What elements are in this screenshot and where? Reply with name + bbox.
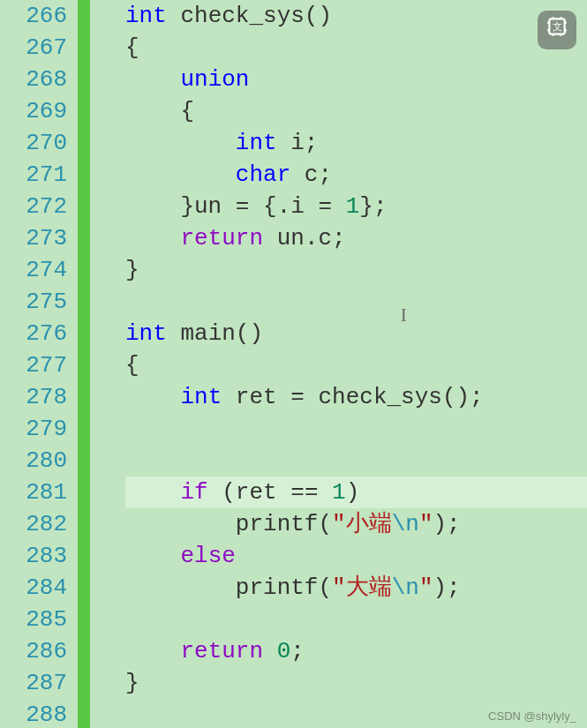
token-punct: = [305, 193, 346, 220]
token-punct [125, 479, 180, 506]
line-number: 266 [0, 0, 67, 32]
svg-text:文: 文 [553, 21, 562, 33]
token-ident: c [318, 225, 332, 251]
token-punct: ( [208, 479, 236, 506]
token-punct: { [125, 352, 139, 379]
code-line[interactable]: printf("小端\n"); [125, 508, 587, 540]
code-line[interactable]: { [125, 32, 587, 64]
code-line[interactable]: int check_sys() [125, 0, 587, 32]
line-number: 288 [0, 699, 67, 728]
token-str: " [332, 574, 346, 601]
token-punct [125, 66, 180, 93]
code-line[interactable]: else [125, 540, 587, 572]
expand-icon: 文 [546, 15, 568, 45]
line-number: 269 [0, 95, 67, 127]
token-punct: ; [305, 130, 319, 156]
token-punct [125, 543, 180, 569]
code-line[interactable]: { [125, 349, 587, 381]
token-punct: ) [346, 479, 360, 506]
token-ret: if [180, 479, 207, 506]
token-punct: ); [433, 574, 461, 601]
code-line[interactable]: } [125, 667, 587, 699]
token-kw: int [125, 3, 167, 29]
token-punct: = [277, 384, 319, 410]
code-line[interactable]: int ret = check_sys(); [125, 381, 587, 413]
token-func: check_sys [180, 3, 304, 29]
token-kw: int [125, 320, 167, 347]
code-line[interactable]: { [125, 95, 587, 127]
token-punct: }; [359, 193, 387, 220]
token-punct: ; [332, 225, 346, 251]
expand-button[interactable]: 文 [538, 11, 576, 49]
code-line[interactable]: } [125, 254, 587, 286]
token-punct: ); [433, 511, 461, 537]
token-punct [277, 130, 291, 156]
token-punct: ; [318, 161, 332, 188]
token-ident: ret [236, 479, 277, 506]
token-ident: c [305, 161, 319, 188]
code-line[interactable]: }un = {.i = 1}; [125, 191, 587, 222]
code-line[interactable] [125, 413, 587, 445]
token-punct [263, 638, 277, 664]
line-number: 287 [0, 667, 67, 699]
token-punct [290, 161, 305, 188]
line-number: 280 [0, 445, 67, 477]
watermark: CSDN @shylyly_ [488, 709, 576, 723]
code-line[interactable]: printf("大端\n"); [125, 572, 587, 604]
code-area[interactable]: int check_sys(){ union { int i; char c; … [90, 0, 587, 728]
text-cursor: I [401, 305, 407, 326]
token-func: main [180, 320, 235, 347]
line-number: 270 [0, 127, 67, 159]
token-punct [167, 3, 181, 29]
token-num: 0 [277, 638, 291, 664]
line-number: 271 [0, 159, 67, 191]
code-line[interactable]: char c; [125, 159, 587, 191]
token-punct: == [277, 479, 332, 506]
token-punct: } [125, 193, 194, 220]
code-line[interactable]: union [125, 64, 587, 95]
token-ret: return [180, 638, 263, 664]
token-punct: (); [442, 384, 484, 410]
token-punct: . [305, 225, 319, 251]
line-number: 285 [0, 604, 67, 635]
code-line[interactable] [125, 445, 587, 477]
token-punct: ( [318, 574, 332, 601]
line-number: 272 [0, 191, 67, 222]
token-punct [222, 384, 236, 410]
token-punct [125, 384, 180, 410]
token-strcn: 大端 [346, 574, 392, 601]
token-punct: = {. [222, 193, 290, 220]
token-punct [125, 225, 180, 251]
code-editor[interactable]: 2662672682692702712722732742752762772782… [0, 0, 587, 728]
line-number: 286 [0, 635, 67, 667]
code-line[interactable]: if (ret == 1) [125, 477, 587, 508]
token-punct [263, 225, 277, 251]
token-str: " [332, 511, 346, 537]
code-line[interactable]: return un.c; [125, 222, 587, 254]
code-line[interactable]: int i; [125, 127, 587, 159]
code-line[interactable]: int main() [125, 318, 587, 349]
token-punct [167, 320, 181, 347]
token-kw: int [180, 384, 222, 410]
token-punct: ( [318, 511, 332, 537]
token-punct: () [305, 3, 332, 29]
token-func: printf [236, 511, 319, 537]
token-func: check_sys [318, 384, 441, 410]
token-ident: i [290, 130, 305, 156]
line-number: 276 [0, 318, 67, 349]
token-esc: \n [392, 574, 419, 601]
token-punct: { [125, 34, 139, 61]
line-number: 275 [0, 286, 67, 318]
token-strcn: 小端 [346, 511, 392, 537]
token-str: " [419, 574, 433, 601]
token-punct [125, 574, 236, 601]
code-line[interactable] [125, 286, 587, 318]
token-ret: else [180, 543, 235, 569]
code-line[interactable]: return 0; [125, 635, 587, 667]
token-str: " [419, 511, 433, 537]
token-ident: un [194, 193, 222, 220]
code-line[interactable] [125, 604, 587, 635]
token-punct [125, 130, 236, 156]
token-punct: } [125, 257, 139, 283]
token-punct [125, 511, 236, 537]
